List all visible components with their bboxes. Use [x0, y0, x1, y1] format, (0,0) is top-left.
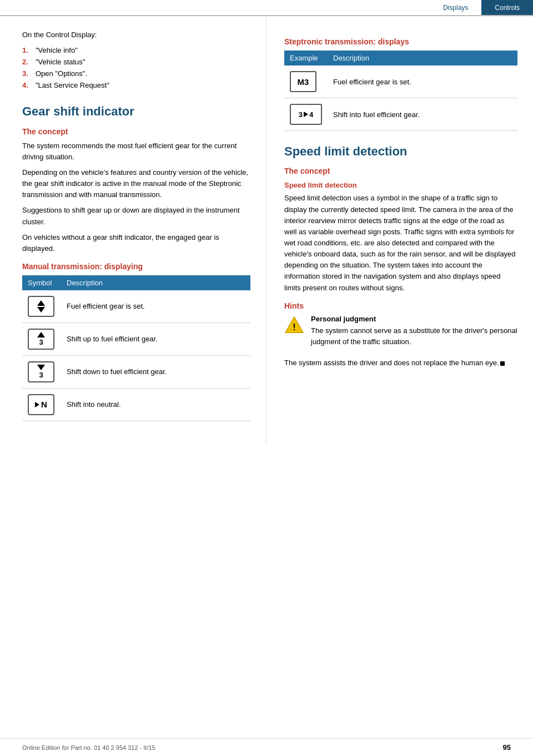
hint-content: Personal judgment The system cannot serv… [311, 315, 517, 352]
table-row: N Shift into neutral. [22, 388, 250, 421]
hint-box: ! Personal judgment The system cannot se… [284, 315, 517, 352]
tab-controls[interactable]: Controls [481, 0, 533, 15]
list-num: 1. [22, 45, 33, 57]
manual-table: Symbol Description Fuel eff [22, 275, 250, 421]
list-num: 2. [22, 57, 33, 68]
table-row: 3 Shift down to fuel efficient gear. [22, 355, 250, 388]
symbol-m3: M3 [290, 71, 316, 92]
desc-cell: Shift into neutral. [61, 388, 250, 421]
table-row: 3 4 Shift into fuel efficient gear. [284, 98, 517, 131]
footer: Online Edition for Part no. 01 40 2 954 … [0, 738, 533, 756]
shift-to: 4 [309, 110, 313, 119]
table-row: 3 Shift up to fuel efficient gear. [22, 322, 250, 355]
list-item: 4. "Last Service Request" [22, 80, 250, 92]
gear-concept-p1: The system recommends the most fuel effi… [22, 140, 250, 163]
arrow-down-icon [37, 307, 45, 313]
table-row: M3 Fuel efficient gear is set. [284, 65, 517, 98]
gear-num: 3 [39, 339, 43, 346]
symbol-icon: 3 [37, 332, 45, 346]
content-area: On the Control Display: 1. "Vehicle info… [0, 16, 533, 443]
symbol-cell [22, 290, 61, 323]
list-text: "Vehicle status" [36, 57, 85, 68]
symbol-cell: M3 [284, 65, 328, 98]
desc-cell: Fuel efficient gear is set. [328, 65, 517, 98]
arrow-right-icon [35, 402, 39, 407]
list-item: 2. "Vehicle status" [22, 57, 250, 68]
symbol-shift-up: 3 [28, 329, 54, 350]
col-example: Example [284, 51, 328, 65]
symbol-shift-down: 3 [28, 361, 54, 382]
desc-cell: Shift down to fuel efficient gear. [61, 355, 250, 388]
arrow-right-icon [304, 112, 308, 117]
footer-text: Online Edition for Part no. 01 40 2 954 … [22, 744, 155, 751]
header-tabs: Displays Controls [0, 0, 533, 16]
arrow-up-icon [37, 300, 45, 306]
list-item: 3. Open "Options". [22, 68, 250, 80]
tab-displays[interactable]: Displays [430, 0, 481, 15]
symbol-cell: 3 4 [284, 98, 328, 131]
hint-p1: The system cannot serve as a substitute … [311, 325, 517, 347]
list-text: Open "Options". [36, 68, 87, 80]
hints-title: Hints [284, 301, 517, 310]
intro-text: On the Control Display: [22, 29, 250, 41]
table-header-row: Example Description [284, 51, 517, 65]
symbol-cell: N [22, 388, 61, 421]
speed-sub-title: Speed limit detection [284, 181, 517, 189]
col-description: Description [328, 51, 517, 65]
numbered-list: 1. "Vehicle info" 2. "Vehicle status" 3.… [22, 45, 250, 91]
list-num: 3. [22, 68, 33, 80]
left-column: On the Control Display: 1. "Vehicle info… [0, 16, 266, 443]
col-symbol: Symbol [22, 275, 61, 290]
speed-concept-title: The concept [284, 167, 517, 175]
symbol-shift: 3 4 [290, 104, 322, 125]
arrow-down-icon [37, 365, 45, 370]
symbol-cell: 3 [22, 355, 61, 388]
gear-concept-p3: Suggestions to shift gear up or down are… [22, 205, 250, 227]
m3-text: M3 [298, 77, 309, 87]
tab-displays-label: Displays [443, 4, 468, 12]
table-row: Fuel efficient gear is set. [22, 290, 250, 323]
gear-concept-p4: On vehicles without a gear shift indicat… [22, 232, 250, 254]
manual-transmission-title: Manual transmission: displaying [22, 262, 250, 271]
gear-num: 3 [39, 371, 43, 379]
col-description: Description [61, 275, 250, 290]
symbol-cell: 3 [22, 322, 61, 355]
page-number: 95 [503, 743, 511, 752]
desc-cell: Fuel efficient gear is set. [61, 290, 250, 323]
hint-label: Personal judgment [311, 315, 517, 323]
steptronic-table: Example Description M3 Fuel efficient ge… [284, 51, 517, 131]
end-mark [500, 361, 505, 366]
gear-shift-title: Gear shift indicator [22, 104, 250, 119]
desc-cell: Shift into fuel efficient gear. [328, 98, 517, 131]
desc-cell: Shift up to fuel efficient gear. [61, 322, 250, 355]
speed-limit-title: Speed limit detection [284, 144, 517, 159]
right-column: Steptronic transmission: displays Exampl… [266, 16, 533, 443]
neutral-letter: N [41, 400, 47, 409]
gear-concept-title: The concept [22, 127, 250, 136]
symbol-fuel-set [28, 296, 54, 317]
hint-p2: The system assists the driver and does n… [284, 357, 517, 369]
shift-from: 3 [299, 110, 303, 119]
arrow-up-icon [37, 332, 45, 337]
speed-p1: Speed limit detection uses a symbol in t… [284, 193, 517, 293]
list-text: "Last Service Request" [36, 80, 109, 92]
warning-svg: ! [284, 315, 304, 335]
steptronic-title: Steptronic transmission: displays [284, 37, 517, 46]
hint-p2-text: The system assists the driver and does n… [284, 359, 499, 367]
svg-text:!: ! [293, 322, 295, 332]
symbol-icon [37, 300, 45, 313]
neutral-content: N [35, 400, 47, 409]
warning-triangle-icon: ! [284, 315, 304, 335]
list-num: 4. [22, 80, 33, 92]
list-item: 1. "Vehicle info" [22, 45, 250, 57]
gear-concept-p2: Depending on the vehicle's features and … [22, 167, 250, 200]
tab-controls-label: Controls [495, 4, 520, 12]
symbol-icon: 3 [37, 365, 45, 379]
symbol-neutral: N [28, 394, 54, 415]
list-text: "Vehicle info" [36, 45, 78, 57]
table-header-row: Symbol Description [22, 275, 250, 290]
